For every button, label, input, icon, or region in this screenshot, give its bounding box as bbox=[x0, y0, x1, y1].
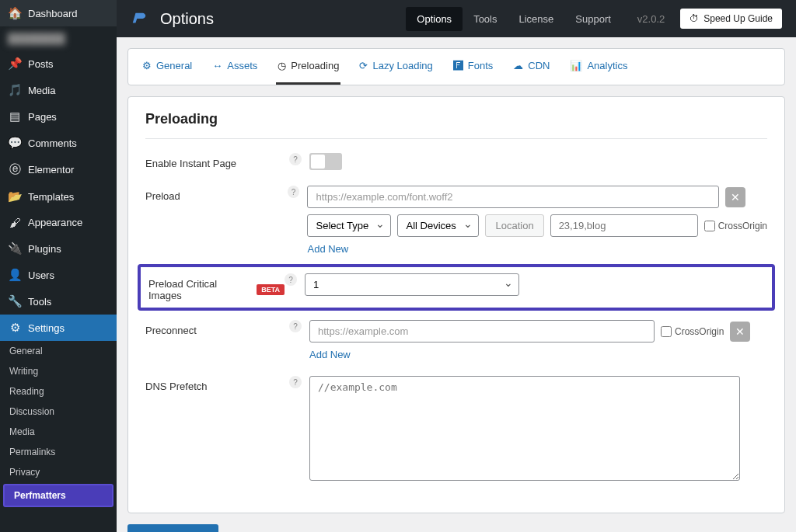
page-title: Options bbox=[160, 10, 398, 28]
help-icon[interactable]: ? bbox=[288, 186, 300, 198]
sidebar-item-pages[interactable]: ▤Pages bbox=[0, 103, 117, 130]
preconnect-label: Preconnect bbox=[145, 320, 289, 336]
help-icon[interactable]: ? bbox=[289, 376, 302, 388]
preconnect-crossorigin-label[interactable]: CrossOrigin bbox=[661, 326, 724, 337]
sidebar-sub-privacy[interactable]: Privacy bbox=[0, 462, 117, 482]
add-new-preconnect-link[interactable]: Add New bbox=[309, 349, 351, 360]
sidebar-sub-perfmatters[interactable]: Perfmatters bbox=[3, 484, 113, 507]
preconnect-crossorigin-checkbox[interactable] bbox=[661, 326, 672, 337]
tab-lazy-loading[interactable]: ⟳Lazy Loading bbox=[358, 49, 434, 85]
select-type-dropdown[interactable]: Select Type bbox=[307, 214, 391, 237]
sidebar-item-users[interactable]: 👤Users bbox=[0, 262, 117, 288]
critical-images-row: Preload Critical ImagesBETA ? 1 bbox=[138, 264, 775, 311]
sidebar-item-plugins[interactable]: 🔌Plugins bbox=[0, 235, 117, 262]
dns-prefetch-textarea[interactable] bbox=[309, 376, 740, 481]
preloading-panel: Preloading Enable Instant Page ? Preload… bbox=[127, 96, 785, 513]
sidebar-sub-general[interactable]: General bbox=[0, 341, 117, 361]
pages-icon: ▤ bbox=[8, 110, 22, 123]
tab-assets[interactable]: ↔Assets bbox=[211, 49, 259, 85]
chart-icon: 📊 bbox=[570, 60, 582, 71]
sidebar-item-media[interactable]: 🎵Media bbox=[0, 77, 117, 103]
sidebar-sub-discussion[interactable]: Discussion bbox=[0, 402, 117, 422]
delete-preload-button[interactable]: ✕ bbox=[725, 187, 745, 207]
refresh-icon: ⟳ bbox=[359, 60, 368, 71]
dashboard-icon: 🏠 bbox=[8, 6, 22, 20]
speed-up-guide-button[interactable]: ⏱Speed Up Guide bbox=[680, 9, 782, 29]
sidebar-item-posts[interactable]: 📌Posts bbox=[0, 50, 117, 77]
sidebar-item-appearance[interactable]: 🖌Appearance bbox=[0, 210, 117, 235]
tools-icon: 🔧 bbox=[8, 294, 22, 308]
gauge-icon: ⏱ bbox=[690, 13, 699, 24]
panel-title: Preloading bbox=[145, 111, 767, 139]
gear-icon: ⚙ bbox=[142, 60, 152, 71]
sidebar-item-obscured: ████████ bbox=[0, 26, 117, 50]
perfmatters-logo-icon bbox=[131, 10, 148, 27]
clock-icon: ◷ bbox=[278, 60, 286, 71]
topbar-tabs: Options Tools License Support bbox=[406, 7, 622, 31]
add-new-preload-link[interactable]: Add New bbox=[307, 243, 348, 255]
tab-cdn[interactable]: ☁CDN bbox=[511, 49, 551, 85]
sidebar-sub-permalinks[interactable]: Permalinks bbox=[0, 442, 117, 462]
sidebar-item-elementor[interactable]: ⓔElementor bbox=[0, 156, 117, 183]
tab-fonts[interactable]: 🅵Fonts bbox=[452, 49, 495, 85]
pin-icon: 📌 bbox=[8, 57, 22, 71]
sidebar-item-templates[interactable]: 📂Templates bbox=[0, 183, 117, 210]
critical-images-label: Preload Critical ImagesBETA bbox=[148, 273, 285, 301]
all-devices-dropdown[interactable]: All Devices bbox=[397, 214, 479, 237]
crossorigin-checkbox[interactable] bbox=[704, 221, 715, 231]
instant-page-row: Enable Instant Page ? bbox=[145, 153, 767, 170]
settings-icon: ⚙ bbox=[8, 321, 22, 335]
help-icon[interactable]: ? bbox=[285, 273, 297, 286]
tab-analytics[interactable]: 📊Analytics bbox=[568, 49, 629, 85]
topbar-tab-support[interactable]: Support bbox=[564, 7, 622, 31]
tab-general[interactable]: ⚙General bbox=[141, 49, 194, 85]
content-area: ⚙General ↔Assets ◷Preloading ⟳Lazy Loadi… bbox=[117, 37, 796, 532]
appearance-icon: 🖌 bbox=[8, 216, 22, 229]
admin-sidebar: 🏠Dashboard ████████ 📌Posts 🎵Media ▤Pages… bbox=[0, 0, 117, 532]
help-icon[interactable]: ? bbox=[289, 320, 302, 332]
code-icon: ↔ bbox=[212, 60, 222, 71]
plugin-tabs: ⚙General ↔Assets ◷Preloading ⟳Lazy Loadi… bbox=[127, 48, 785, 85]
plugin-topbar: Options Options Tools License Support v2… bbox=[117, 0, 796, 37]
topbar-tab-tools[interactable]: Tools bbox=[463, 7, 508, 31]
sidebar-item-settings[interactable]: ⚙Settings bbox=[0, 315, 117, 341]
elementor-icon: ⓔ bbox=[8, 162, 22, 177]
version-label: v2.0.2 bbox=[637, 13, 665, 25]
critical-images-dropdown[interactable]: 1 bbox=[305, 273, 519, 296]
location-input[interactable] bbox=[550, 214, 698, 237]
instant-page-toggle[interactable] bbox=[309, 153, 342, 170]
comments-icon: 💬 bbox=[8, 136, 22, 150]
instant-page-label: Enable Instant Page bbox=[145, 153, 289, 169]
beta-badge: BETA bbox=[257, 284, 285, 295]
sidebar-item-tools[interactable]: 🔧Tools bbox=[0, 288, 117, 315]
topbar-tab-license[interactable]: License bbox=[508, 7, 564, 31]
topbar-tab-options[interactable]: Options bbox=[406, 7, 463, 31]
preload-row: Preload ? ✕ Select Type All Devices Loca… bbox=[145, 186, 767, 255]
preload-url-input[interactable] bbox=[307, 186, 719, 208]
plugins-icon: 🔌 bbox=[8, 242, 22, 256]
sidebar-sub-reading[interactable]: Reading bbox=[0, 381, 117, 402]
users-icon: 👤 bbox=[8, 268, 22, 282]
sidebar-item-dashboard[interactable]: 🏠Dashboard bbox=[0, 0, 117, 26]
sidebar-item-comments[interactable]: 💬Comments bbox=[0, 130, 117, 156]
sidebar-sub-media[interactable]: Media bbox=[0, 422, 117, 442]
preconnect-url-input[interactable] bbox=[309, 320, 655, 342]
location-button[interactable]: Location bbox=[485, 214, 543, 237]
sidebar-sub-writing[interactable]: Writing bbox=[0, 361, 117, 381]
preload-label: Preload bbox=[145, 186, 288, 202]
font-icon: 🅵 bbox=[453, 60, 463, 71]
cloud-icon: ☁ bbox=[513, 60, 523, 71]
dns-prefetch-label: DNS Prefetch bbox=[145, 376, 289, 392]
crossorigin-checkbox-label[interactable]: CrossOrigin bbox=[704, 221, 767, 231]
help-icon[interactable]: ? bbox=[289, 153, 302, 165]
delete-preconnect-button[interactable]: ✕ bbox=[730, 322, 750, 342]
templates-icon: 📂 bbox=[8, 190, 22, 203]
main-area: Options Options Tools License Support v2… bbox=[117, 0, 796, 532]
dns-prefetch-row: DNS Prefetch ? bbox=[145, 376, 767, 483]
preconnect-row: Preconnect ? CrossOrigin ✕ Add New bbox=[145, 320, 767, 360]
media-icon: 🎵 bbox=[8, 83, 22, 97]
save-changes-button[interactable]: Save Changes bbox=[127, 524, 218, 532]
tab-preloading[interactable]: ◷Preloading bbox=[276, 49, 340, 85]
